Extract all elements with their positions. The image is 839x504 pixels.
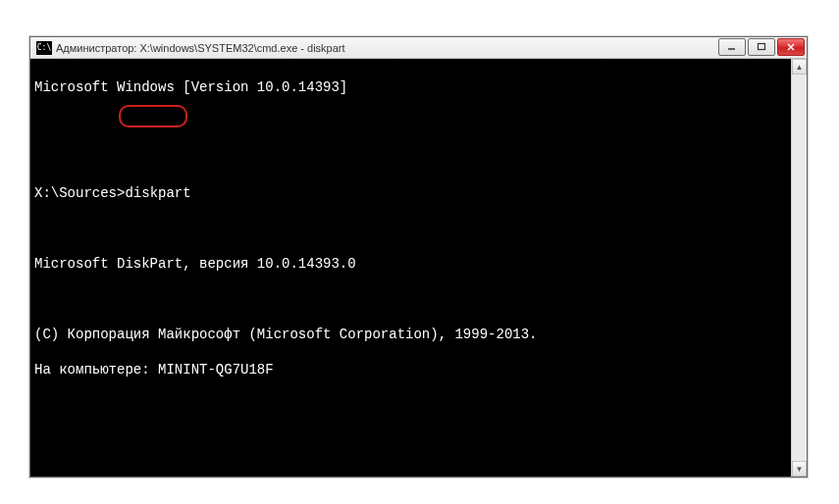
window-title: Администратор: X:\windows\SYSTEM32\cmd.e… <box>56 42 345 54</box>
prompt-line: X:\Sources>diskpart <box>34 184 787 202</box>
svg-rect-1 <box>759 44 765 50</box>
titlebar[interactable]: C:\ Администратор: X:\windows\SYSTEM32\c… <box>30 37 807 59</box>
output-line: На компьютере: MININT-QG7U18F <box>34 361 787 378</box>
prompt-prefix: X:\Sources> <box>34 185 125 201</box>
output-line: (C) Корпорация Майкрософт (Microsoft Cor… <box>34 326 787 343</box>
output-line: Microsoft Windows [Version 10.0.14393] <box>34 78 787 96</box>
output-line <box>34 149 787 167</box>
scroll-up-button[interactable]: ▲ <box>792 59 807 75</box>
output-line: Microsoft DiskPart, версия 10.0.14393.0 <box>34 255 787 273</box>
window-controls <box>718 38 805 56</box>
output-line <box>34 114 787 131</box>
output-line <box>34 396 787 414</box>
terminal-output[interactable]: Microsoft Windows [Version 10.0.14393] X… <box>30 59 791 477</box>
scroll-down-button[interactable]: ▼ <box>792 461 807 477</box>
output-line <box>34 220 787 237</box>
maximize-button[interactable] <box>748 38 775 56</box>
client-area: Microsoft Windows [Version 10.0.14393] X… <box>30 59 807 477</box>
prompt-command: diskpart <box>125 185 190 201</box>
cmd-window: C:\ Администратор: X:\windows\SYSTEM32\c… <box>29 36 808 478</box>
output-line <box>34 290 787 308</box>
close-button[interactable] <box>777 38 805 56</box>
scroll-track[interactable] <box>792 75 807 461</box>
minimize-button[interactable] <box>718 38 746 56</box>
app-icon: C:\ <box>36 41 52 55</box>
vertical-scrollbar[interactable]: ▲ ▼ <box>791 59 807 477</box>
